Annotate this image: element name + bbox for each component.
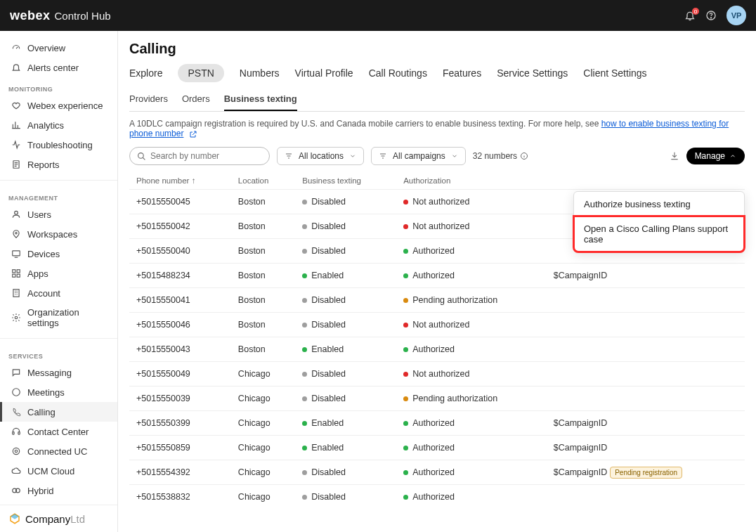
table-row[interactable]: +5015550399ChicagoEnabledAuthorized$Camp… (129, 411, 745, 436)
sidebar-item-connected-uc[interactable]: Connected UC (0, 441, 117, 461)
sidebar-item-messaging[interactable]: Messaging (0, 363, 117, 382)
table-row[interactable]: +5015538832ChicagoDisabledAuthorized (129, 485, 745, 510)
subtab-providers[interactable]: Providers (129, 93, 168, 111)
cell-phone: +5015550042 (129, 214, 231, 239)
filter-icon (285, 152, 293, 160)
primary-tabs: Explore PSTN Numbers Virtual Profile Cal… (129, 64, 745, 82)
cell-auth: Authorized (396, 460, 547, 485)
help-button[interactable] (705, 10, 717, 21)
cell-location: Boston (231, 214, 295, 239)
sidebar-item-workspaces[interactable]: Workspaces (0, 224, 117, 244)
headset-icon (11, 426, 22, 437)
col-location[interactable]: Location (231, 172, 295, 190)
cell-auth: Not authorized (396, 214, 547, 239)
subtab-business-texting[interactable]: Business texting (224, 93, 297, 111)
avatar[interactable]: VP (726, 6, 746, 25)
cell-phone: +5015550859 (129, 436, 231, 460)
table-row[interactable]: +5015550859ChicagoEnabledAuthorized$Camp… (129, 436, 745, 460)
sidebar-item-label: Webex experience (27, 100, 103, 111)
tab-explore[interactable]: Explore (129, 64, 162, 82)
sidebar: Overview Alerts center MONITORING Webex … (0, 31, 118, 532)
sidebar-item-users[interactable]: Users (0, 205, 117, 224)
filter-locations[interactable]: All locations (277, 147, 364, 165)
notifications-button[interactable]: 0 (684, 10, 696, 21)
table-row[interactable]: +5015554392ChicagoDisabledAuthorized$Cam… (129, 460, 745, 485)
tab-client-settings[interactable]: Client Settings (583, 64, 646, 82)
toolbar: All locations All campaigns 32 numbers M… (129, 147, 745, 165)
sidebar-item-troubleshooting[interactable]: Troubleshooting (0, 135, 117, 155)
sidebar-item-overview[interactable]: Overview (0, 38, 117, 58)
cell-phone: +5015550043 (129, 337, 231, 362)
tab-service-settings[interactable]: Service Settings (497, 64, 568, 82)
cell-texting: Disabled (295, 313, 396, 337)
cell-texting: Disabled (295, 460, 396, 485)
sidebar-item-contact-center[interactable]: Contact Center (0, 422, 117, 441)
sidebar-item-analytics[interactable]: Analytics (0, 115, 117, 135)
topbar: webex Control Hub 0 VP (0, 0, 756, 31)
chevron-down-icon (451, 153, 458, 160)
sidebar-item-label: Hybrid (27, 486, 54, 496)
sidebar-item-devices[interactable]: Devices (0, 244, 117, 264)
tab-numbers[interactable]: Numbers (240, 64, 280, 82)
table-row[interactable]: +5015550039ChicagoDisabledPending author… (129, 387, 745, 411)
search-input[interactable] (150, 151, 262, 161)
sidebar-item-label: Organization settings (27, 307, 109, 328)
sidebar-item-alerts-center[interactable]: Alerts center (0, 58, 117, 77)
sidebar-item-label: Devices (27, 249, 60, 259)
cell-auth: Pending authorization (396, 387, 547, 411)
table-row[interactable]: +5015550041BostonDisabledPending authori… (129, 288, 745, 313)
table-row[interactable]: +5015550049ChicagoDisabledNot authorized (129, 362, 745, 387)
sidebar-item-meetings[interactable]: Meetings (0, 382, 117, 402)
sidebar-item-calling[interactable]: Calling (0, 402, 117, 422)
dropdown-open-support-case[interactable]: Open a Cisco Calling Plans support case (574, 216, 744, 252)
search-input-wrapper[interactable] (129, 147, 270, 165)
table-row[interactable]: +5015550046BostonDisabledNot authorized (129, 313, 745, 337)
chevron-down-icon (349, 153, 356, 160)
sidebar-item-hybrid[interactable]: Hybrid (0, 481, 117, 500)
sidebar-item-webex-experience[interactable]: Webex experience (0, 96, 117, 115)
sidebar-item-account[interactable]: Account (0, 283, 117, 303)
sidebar-item-apps[interactable]: Apps (0, 264, 117, 283)
download-button[interactable] (670, 151, 679, 161)
cell-phone: +5015550049 (129, 362, 231, 387)
filter-campaigns[interactable]: All campaigns (371, 147, 466, 165)
info-icon[interactable] (520, 152, 528, 160)
sidebar-item-label: UCM Cloud (27, 466, 74, 476)
cell-phone: +5015554392 (129, 460, 231, 485)
brand-subtitle: Control Hub (55, 10, 111, 22)
sidebar-item-label: Analytics (27, 120, 64, 131)
cell-phone: +5015550399 (129, 411, 231, 436)
sidebar-item-org-settings[interactable]: Organization settings (0, 303, 117, 332)
table-row[interactable]: +5015488234BostonEnabledAuthorized$Campa… (129, 264, 745, 288)
col-auth[interactable]: Authorization (396, 172, 547, 190)
tab-features[interactable]: Features (443, 64, 481, 82)
cell-campaign (547, 485, 745, 510)
sidebar-item-ucm-cloud[interactable]: UCM Cloud (0, 461, 117, 481)
col-texting[interactable]: Business texting (295, 172, 396, 190)
cell-location: Boston (231, 288, 295, 313)
sidebar-item-label: Overview (27, 43, 65, 53)
cell-campaign (547, 337, 745, 362)
table-row[interactable]: +5015550043BostonEnabledAuthorized (129, 337, 745, 362)
sidebar-item-label: Messaging (27, 368, 72, 378)
col-phone[interactable]: Phone number ↑ (129, 172, 231, 190)
manage-button[interactable]: Manage (686, 148, 745, 164)
sidebar-item-reports[interactable]: Reports (0, 155, 117, 174)
sidebar-item-label: Alerts center (27, 63, 79, 73)
tab-pstn[interactable]: PSTN (178, 64, 223, 82)
document-icon (11, 159, 22, 170)
cell-texting: Disabled (295, 214, 396, 239)
brand: webex Control Hub (10, 8, 111, 23)
tab-call-routings[interactable]: Call Routings (369, 64, 427, 82)
building-icon (11, 287, 22, 299)
tab-virtual-profile[interactable]: Virtual Profile (295, 64, 353, 82)
svg-point-19 (138, 153, 144, 158)
svg-rect-7 (17, 270, 20, 273)
heart-icon (11, 100, 22, 111)
cell-location: Boston (231, 337, 295, 362)
dropdown-authorize[interactable]: Authorize business texting (574, 192, 744, 216)
cell-phone: +5015550039 (129, 387, 231, 411)
svg-point-11 (15, 316, 18, 319)
subtab-orders[interactable]: Orders (182, 93, 210, 111)
svg-rect-5 (13, 251, 20, 256)
